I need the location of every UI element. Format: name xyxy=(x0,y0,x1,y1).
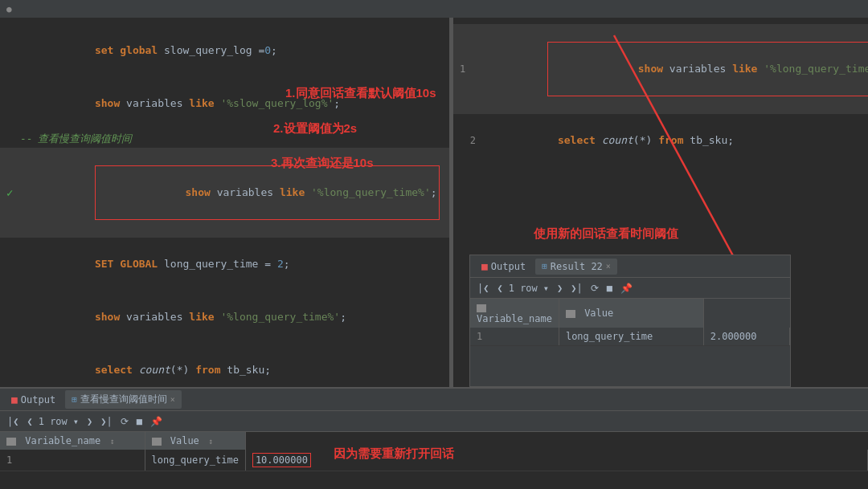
col-value: Value xyxy=(559,299,703,328)
next-btn[interactable]: ❯ xyxy=(555,282,565,295)
bottom-panel: ■ Output ⊞ 查看慢查询阈值时间 × |❮ ❮ 1 row ▾ ❯ ❯|… xyxy=(0,387,868,489)
result22-tab-close[interactable]: × xyxy=(606,262,611,271)
value-highlight-box: 10.000000 xyxy=(252,453,311,467)
right-editor-panel: 1 show variables like '%long_query_time%… xyxy=(453,18,868,387)
bottom-stop-btn[interactable]: ■ xyxy=(134,415,145,428)
prev-btn[interactable]: ❮ xyxy=(494,282,505,295)
line-text-5: SET GLOBAL long_query_time = 2; xyxy=(19,238,443,291)
bottom-output-tab[interactable]: ■ Output xyxy=(5,391,62,408)
right-editor-content: 1 show variables like '%long_query_time%… xyxy=(453,18,868,173)
bottom-prev-btn[interactable]: ❮ xyxy=(24,415,35,428)
app-container: ● set global slow_query_log =0; show var… xyxy=(0,0,868,489)
bottom-refresh-btn[interactable]: ⟳ xyxy=(118,415,131,428)
result-row-1: 1 long_query_time 2.000000 xyxy=(470,328,790,346)
bottom-last-btn[interactable]: ❯| xyxy=(98,415,114,428)
result-cell-id: 1 xyxy=(470,328,559,346)
bottom-col-varname: Variable_name ↕ xyxy=(0,432,145,450)
col-icon-value xyxy=(566,310,575,318)
bottom-result-area: Variable_name ↕ Value ↕ 1 long_query_tim xyxy=(0,432,868,489)
right-linenum-1: 1 xyxy=(460,60,465,78)
output-tab-icon: ■ xyxy=(481,260,488,272)
bottom-result-tab[interactable]: ⊞ 查看慢查询阈值时间 × xyxy=(65,390,182,409)
output-tab-label: Output xyxy=(491,261,526,272)
right-line-text-1: show variables like '%long_query_time%'; xyxy=(472,24,868,114)
main-area: set global slow_query_log =0; show varia… xyxy=(0,18,868,387)
editor-line-6: show variables like '%long_query_time%'; xyxy=(0,291,449,344)
result-overlay-tabs: ■ Output ⊞ Result 22 × xyxy=(470,255,790,278)
refresh-btn[interactable]: ⟳ xyxy=(588,282,601,295)
gutter-4: ✓ xyxy=(6,184,19,202)
result22-tab-label: Result 22 xyxy=(551,261,603,272)
left-editor-panel: set global slow_query_log =0; show varia… xyxy=(0,18,450,387)
editor-line-4: ✓ show variables like '%long_query_time%… xyxy=(0,148,449,238)
bottom-output-label: Output xyxy=(21,394,55,405)
top-bar: ● xyxy=(0,0,868,18)
line-text-4: show variables like '%long_query_time%'; xyxy=(19,148,443,238)
annotation-3: 3.再次查询还是10s xyxy=(271,156,374,171)
rows-label: 1 row xyxy=(509,283,538,294)
right-line-1: 1 show variables like '%long_query_time%… xyxy=(453,24,868,114)
pin-btn[interactable]: 📌 xyxy=(618,282,635,295)
annotation-2: 2.设置阈值为2s xyxy=(273,121,357,137)
bottom-first-btn[interactable]: |❮ xyxy=(5,415,21,428)
result22-tab-icon: ⊞ xyxy=(542,261,547,271)
bottom-cell-id: 1 xyxy=(0,450,145,471)
bottom-tabs: ■ Output ⊞ 查看慢查询阈值时间 × xyxy=(0,389,868,411)
bottom-result-close[interactable]: × xyxy=(170,395,175,404)
bottom-annotation: 因为需要重新打开回话 xyxy=(334,446,454,462)
line-text-6: show variables like '%long_query_time%'; xyxy=(19,291,443,344)
rows-dropdown[interactable]: ▾ xyxy=(541,282,551,295)
line-text-1: set global slow_query_log =0; xyxy=(19,24,443,77)
bottom-result-label: 查看慢查询阈值时间 xyxy=(80,393,167,406)
result-overlay: ■ Output ⊞ Result 22 × |❮ ❮ 1 row ▾ ❯ xyxy=(469,255,791,387)
bottom-rows-label: 1 row xyxy=(39,416,68,427)
col-varname: Variable_name xyxy=(470,299,559,328)
first-btn[interactable]: |❮ xyxy=(475,282,491,295)
right-line-text-2: select count(*) from tb_sku; xyxy=(482,114,862,167)
bottom-output-icon: ■ xyxy=(11,393,18,405)
bottom-next-btn[interactable]: ❯ xyxy=(84,415,95,428)
last-btn[interactable]: ❯| xyxy=(568,282,584,295)
result-cell-value: 2.000000 xyxy=(703,328,789,346)
line-text-7: select count(*) from tb_sku; xyxy=(19,344,443,387)
result-overlay-toolbar: |❮ ❮ 1 row ▾ ❯ ❯| ⟳ ■ 📌 xyxy=(470,278,790,299)
annotation-1: 1.同意回话查看默认阈值10s xyxy=(285,86,436,101)
top-bar-placeholder: ● xyxy=(6,4,12,14)
result-overlay-table: Variable_name Value 1 long_query_time xyxy=(470,299,790,346)
result22-tab[interactable]: ⊞ Result 22 × xyxy=(535,259,617,275)
right-line-2: 2 select count(*) from tb_sku; xyxy=(453,114,868,167)
result-cell-varname: long_query_time xyxy=(559,328,703,346)
left-editor-content: set global slow_query_log =0; show varia… xyxy=(0,18,449,387)
bottom-result-icon: ⊞ xyxy=(72,394,77,405)
line-text-3: -- 查看慢查询阈值时间 xyxy=(19,130,443,148)
editor-line-2: show variables like '%slow_query_log%'; xyxy=(0,77,449,130)
editor-line-1: set global slow_query_log =0; xyxy=(0,24,449,77)
line-text-2: show variables like '%slow_query_log%'; xyxy=(19,77,443,130)
stop-btn[interactable]: ■ xyxy=(604,282,615,295)
bottom-cell-varname: long_query_time xyxy=(145,450,245,471)
editor-line-5: SET GLOBAL long_query_time = 2; xyxy=(0,238,449,291)
bottom-pin-btn[interactable]: 📌 xyxy=(148,415,165,428)
col-icon-varname xyxy=(477,304,486,312)
bottom-col-value: Value ↕ xyxy=(145,432,245,450)
output-tab[interactable]: ■ Output xyxy=(475,258,532,275)
right-annotation: 使用新的回话查看时间阈值 xyxy=(534,226,678,242)
editor-line-7: select count(*) from tb_sku; xyxy=(0,344,449,387)
bottom-toolbar: |❮ ❮ 1 row ▾ ❯ ❯| ⟳ ■ 📌 xyxy=(0,411,868,432)
editor-line-3: -- 查看慢查询阈值时间 xyxy=(0,130,449,148)
bottom-rows-dropdown[interactable]: ▾ xyxy=(71,415,81,428)
right-linenum-2: 2 xyxy=(460,132,476,149)
